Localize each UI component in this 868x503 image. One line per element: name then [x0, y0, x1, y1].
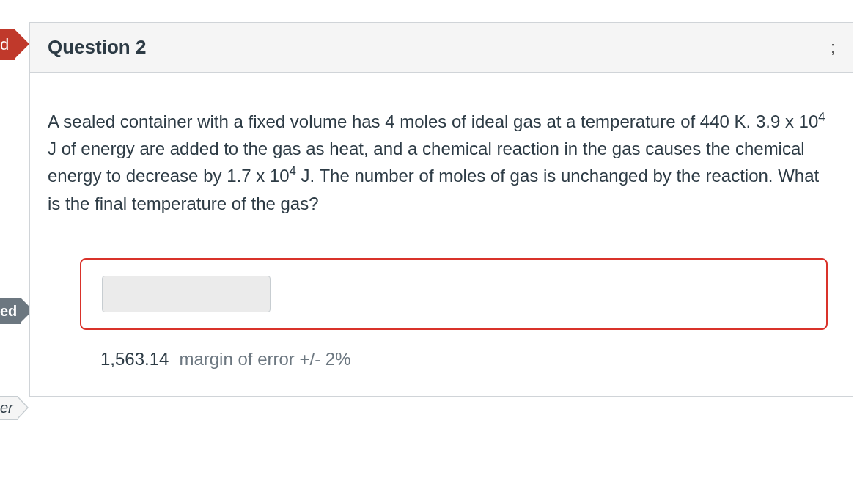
badge-incorrect-fragment: d [0, 29, 15, 60]
answer-input[interactable] [102, 276, 271, 312]
badge-answered-fragment: ed [0, 298, 21, 324]
correct-answer-row: 1,563.14 margin of error +/- 2% [100, 349, 835, 370]
question-body: A sealed container with a fixed volume h… [30, 73, 853, 396]
badge-correct-answer-fragment: er [0, 396, 18, 420]
correct-answer-value: 1,563.14 [100, 349, 169, 370]
badge-er-text: er [0, 400, 13, 416]
question-card: Question 2 ; A sealed container with a f… [29, 22, 853, 397]
answer-block-incorrect [80, 258, 828, 330]
badge-ed-text: ed [0, 303, 17, 319]
question-text: A sealed container with a fixed volume h… [48, 108, 835, 217]
badge-top-text: d [0, 35, 9, 54]
question-points: ; [831, 38, 835, 57]
margin-of-error-label: margin of error +/- 2% [179, 349, 350, 370]
question-title: Question 2 [48, 36, 146, 59]
question-header: Question 2 ; [30, 23, 853, 73]
